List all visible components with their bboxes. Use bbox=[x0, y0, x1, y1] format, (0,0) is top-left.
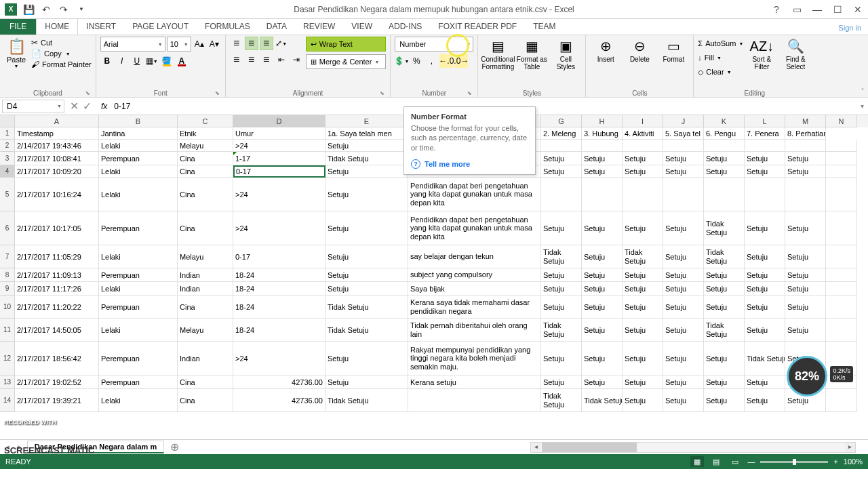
close-icon[interactable]: ✕ bbox=[848, 1, 868, 18]
cell[interactable]: Setuju bbox=[326, 178, 408, 211]
cell[interactable]: >24 bbox=[233, 140, 326, 152]
cell[interactable]: Setuju bbox=[785, 211, 826, 245]
zoom-in-icon[interactable]: + bbox=[833, 458, 837, 466]
cell[interactable]: Setuju bbox=[326, 282, 408, 296]
cell[interactable]: Lelaki bbox=[99, 245, 178, 268]
row-number[interactable]: 2 bbox=[0, 140, 15, 152]
cell[interactable] bbox=[826, 178, 857, 211]
header-cell[interactable]: 4. Aktiviti bbox=[623, 127, 663, 140]
redo-icon[interactable]: ↷ bbox=[56, 2, 72, 17]
cell[interactable]: Setuju bbox=[541, 296, 582, 319]
cell[interactable]: Setuju bbox=[663, 342, 704, 375]
cell[interactable]: Setuju bbox=[326, 140, 408, 152]
cell[interactable]: Setuju bbox=[663, 375, 704, 389]
cell[interactable]: Perempuan bbox=[99, 152, 178, 165]
cell[interactable]: Cina bbox=[178, 389, 233, 412]
cell[interactable]: 0-17 bbox=[233, 245, 326, 268]
col-header[interactable]: E bbox=[326, 115, 408, 127]
cell[interactable] bbox=[826, 245, 857, 268]
italic-button[interactable]: I bbox=[115, 54, 129, 68]
cell[interactable]: Setuju bbox=[704, 165, 745, 178]
tab-addins[interactable]: ADD-INS bbox=[380, 18, 430, 35]
undo-icon[interactable]: ↶ bbox=[38, 2, 54, 17]
clear-button[interactable]: ◇Clear▼ bbox=[698, 65, 743, 79]
cell[interactable]: 2/17/2017 10:16:24 bbox=[15, 178, 99, 211]
cell[interactable]: Setuju bbox=[541, 282, 582, 296]
header-cell[interactable]: Timestamp bbox=[15, 127, 99, 140]
cell[interactable]: Perempuan bbox=[99, 211, 178, 245]
zoom-slider[interactable] bbox=[760, 461, 828, 463]
cell[interactable] bbox=[663, 178, 704, 211]
cell[interactable]: Setuju bbox=[582, 245, 623, 268]
cell[interactable]: Tidak Setuju bbox=[623, 245, 663, 268]
cut-button[interactable]: ✂Cut bbox=[31, 38, 92, 47]
format-cells-button[interactable]: ▭Format bbox=[658, 37, 689, 63]
cell[interactable]: Saya bijak bbox=[408, 282, 541, 296]
format-as-table-button[interactable]: ▦Format as Table bbox=[516, 37, 547, 70]
cell[interactable]: Setuju bbox=[663, 389, 704, 412]
comma-format-icon[interactable]: , bbox=[425, 54, 438, 68]
select-all-corner[interactable] bbox=[0, 115, 15, 127]
align-top-icon[interactable]: ≡ bbox=[230, 37, 243, 50]
cell[interactable]: Perempuan bbox=[99, 268, 178, 282]
tab-view[interactable]: VIEW bbox=[343, 18, 380, 35]
header-cell[interactable]: 5. Saya tel bbox=[663, 127, 704, 140]
cell[interactable] bbox=[826, 268, 857, 282]
cell[interactable] bbox=[663, 140, 704, 152]
cell[interactable]: Tidak Setuju bbox=[745, 342, 785, 375]
cell[interactable]: Setuju bbox=[663, 211, 704, 245]
cell[interactable]: Setuju bbox=[582, 211, 623, 245]
cell[interactable]: Setuju bbox=[663, 296, 704, 319]
autosum-button[interactable]: ΣAutoSum▼ bbox=[698, 37, 743, 50]
header-cell[interactable]: 7. Penera bbox=[745, 127, 785, 140]
cell[interactable]: Setuju bbox=[326, 375, 408, 389]
cell[interactable]: Tidak Setuju bbox=[582, 389, 623, 412]
cell[interactable]: Setuju bbox=[326, 342, 408, 375]
col-header[interactable]: H bbox=[582, 115, 623, 127]
cell[interactable]: Setuju bbox=[704, 282, 745, 296]
collapse-ribbon-icon[interactable]: ˆ bbox=[861, 87, 864, 96]
cell[interactable]: Setuju bbox=[745, 319, 785, 342]
decrease-indent-icon[interactable]: ⇤ bbox=[275, 53, 288, 66]
name-box[interactable]: D4▼ bbox=[2, 100, 64, 113]
format-painter-button[interactable]: 🖌Format Painter bbox=[31, 60, 92, 69]
decrease-decimal-icon[interactable]: .0→ bbox=[454, 54, 468, 68]
cell[interactable]: Setuju bbox=[745, 245, 785, 268]
cell[interactable]: Tidak Setuju bbox=[541, 389, 582, 412]
underline-button[interactable]: U bbox=[130, 54, 144, 68]
cell[interactable]: Lelaki bbox=[99, 319, 178, 342]
cell[interactable] bbox=[826, 165, 857, 178]
cell[interactable]: Setuju bbox=[785, 268, 826, 282]
cell[interactable]: Setuju bbox=[745, 268, 785, 282]
tab-data[interactable]: DATA bbox=[258, 18, 295, 35]
cell[interactable]: Setuju bbox=[326, 211, 408, 245]
font-color-button[interactable]: A bbox=[175, 54, 189, 68]
tab-foxit[interactable]: FOXIT READER PDF bbox=[430, 18, 525, 35]
cell[interactable]: Setuju bbox=[623, 165, 663, 178]
cell[interactable]: Setuju bbox=[582, 375, 623, 389]
row-number[interactable]: 1 bbox=[0, 127, 15, 140]
cell[interactable]: Setuju bbox=[541, 268, 582, 282]
header-cell[interactable]: 2. Meleng bbox=[541, 127, 582, 140]
file-tab[interactable]: FILE bbox=[0, 18, 36, 35]
cell[interactable]: Setuju bbox=[663, 268, 704, 282]
cell[interactable]: Setuju bbox=[582, 296, 623, 319]
cell[interactable]: 2/14/2017 19:43:46 bbox=[15, 140, 99, 152]
align-bottom-icon[interactable]: ≡ bbox=[260, 37, 273, 50]
row-number[interactable]: 7 bbox=[0, 245, 15, 268]
cell[interactable]: Melayu bbox=[178, 140, 233, 152]
cell[interactable]: Melayu bbox=[178, 245, 233, 268]
cell[interactable]: Cina bbox=[178, 165, 233, 178]
cell[interactable]: Setuju bbox=[704, 268, 745, 282]
cell[interactable]: Cina bbox=[178, 152, 233, 165]
cell[interactable]: 2/17/2017 10:17:05 bbox=[15, 211, 99, 245]
cell[interactable]: Setuju bbox=[663, 282, 704, 296]
cell[interactable]: Setuju bbox=[582, 319, 623, 342]
cell[interactable]: 2/17/2017 11:20:22 bbox=[15, 296, 99, 319]
cell[interactable] bbox=[826, 389, 857, 412]
cell-styles-button[interactable]: ▣Cell Styles bbox=[550, 37, 581, 70]
col-header[interactable]: I bbox=[623, 115, 663, 127]
tab-team[interactable]: TEAM bbox=[525, 18, 564, 35]
cell[interactable]: Setuju bbox=[623, 152, 663, 165]
cell[interactable]: Setuju bbox=[623, 342, 663, 375]
